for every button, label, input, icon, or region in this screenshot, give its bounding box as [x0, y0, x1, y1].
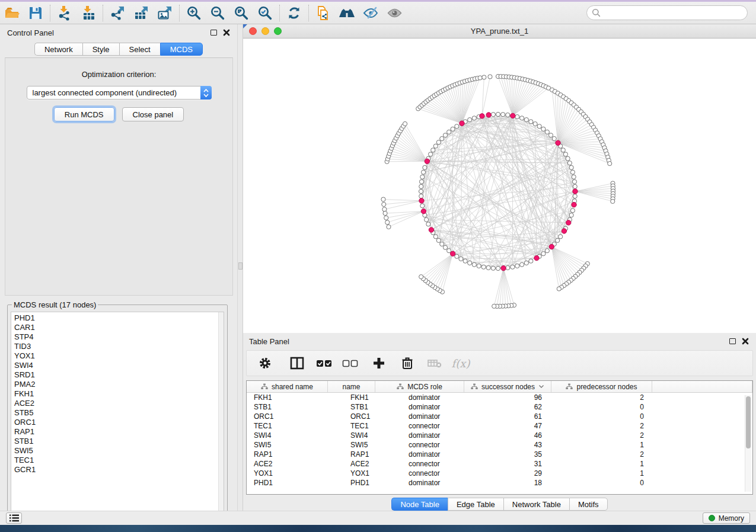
mcds-result-item[interactable]: STB1: [14, 437, 224, 446]
mcds-result-item[interactable]: FKH1: [14, 389, 224, 399]
mcds-result-item[interactable]: TEC1: [14, 456, 224, 465]
save-session-button[interactable]: [24, 3, 47, 23]
apply-function-button[interactable]: f(x): [449, 352, 472, 374]
mcds-result-item[interactable]: RAP1: [14, 427, 224, 437]
toolbar-separator: [279, 5, 280, 21]
delete-table-button[interactable]: [423, 352, 446, 374]
table-row[interactable]: SWI5SWI5connector431: [247, 440, 752, 450]
tab-style[interactable]: Style: [82, 43, 119, 56]
tab-node-table[interactable]: Node Table: [391, 498, 448, 511]
vertical-splitter[interactable]: [237, 24, 243, 511]
toolbar-separator: [50, 5, 50, 21]
export-image-button[interactable]: [153, 3, 177, 23]
column-header-name[interactable]: name: [328, 381, 375, 392]
scrollbar-thumb[interactable]: [746, 396, 751, 448]
network-title-bar[interactable]: YPA_prune.txt_1: [243, 24, 756, 39]
criterion-select[interactable]: largest connected component (undirected): [27, 86, 212, 100]
zoom-in-button[interactable]: [182, 3, 206, 23]
export-network-button[interactable]: [106, 3, 129, 23]
table-tabs: Node TableEdge TableNetwork TableMotifs: [243, 498, 756, 511]
search-input[interactable]: [586, 5, 748, 20]
table-row[interactable]: STB1STB1dominator620: [247, 402, 752, 412]
column-header-filler: [652, 381, 752, 392]
tab-motifs[interactable]: Motifs: [569, 498, 608, 511]
table-scrollbar[interactable]: [745, 395, 751, 492]
cell: 1: [551, 469, 652, 478]
mcds-result-item[interactable]: PMA2: [14, 380, 224, 389]
mcds-result-item[interactable]: SWI4: [14, 361, 224, 370]
run-mcds-button[interactable]: Run MCDS: [54, 107, 114, 121]
open-session-button[interactable]: [0, 3, 24, 23]
column-header-predecessor-nodes[interactable]: predecessor nodes: [551, 381, 652, 392]
tab-edge-table[interactable]: Edge Table: [448, 498, 503, 511]
close-mcds-panel-button[interactable]: Close panel: [122, 107, 184, 121]
first-neighbors-button[interactable]: [335, 3, 359, 23]
column-header-shared-name[interactable]: shared name: [247, 381, 328, 392]
zoom-out-icon: [210, 5, 225, 21]
table-options-button[interactable]: [254, 352, 276, 374]
table-row[interactable]: SWI4SWI4dominator462: [247, 431, 752, 440]
network-from-selection-button[interactable]: [311, 3, 335, 23]
mcds-result-item[interactable]: YOX1: [14, 351, 224, 361]
import-network-button[interactable]: [53, 3, 76, 23]
tab-select[interactable]: Select: [119, 43, 160, 56]
table-row[interactable]: FKH1FKH1dominator962: [247, 393, 752, 402]
add-column-button[interactable]: [368, 352, 390, 374]
mcds-result-item[interactable]: TID3: [14, 342, 224, 351]
export-table-button[interactable]: [129, 3, 153, 23]
list-scrollbar[interactable]: [218, 312, 224, 516]
close-table-panel-button[interactable]: [742, 338, 749, 345]
show-columns-button[interactable]: [286, 352, 308, 374]
deselect-all-columns-button[interactable]: [339, 352, 362, 374]
select-all-columns-button[interactable]: [313, 352, 336, 374]
table-row[interactable]: RAP1RAP1dominator352: [247, 450, 752, 459]
cell-filler: [652, 421, 752, 431]
import-table-button[interactable]: [76, 3, 100, 23]
search-icon: [592, 8, 601, 17]
cell: 1: [551, 459, 652, 469]
column-header-MCDS-role[interactable]: MCDS role: [375, 381, 464, 392]
table-row[interactable]: ACE2ACE2connector311: [247, 459, 752, 469]
zoom-fit-button[interactable]: [229, 3, 253, 23]
mcds-result-item[interactable]: CAR1: [14, 323, 224, 332]
tab-network[interactable]: Network: [34, 43, 82, 56]
column-header-successor-nodes[interactable]: successor nodes: [464, 381, 551, 392]
mcds-result-item[interactable]: SWI5: [14, 446, 224, 456]
mcds-result-item[interactable]: ORC1: [14, 418, 224, 427]
eye-slash-icon: [363, 5, 379, 21]
show-all-button[interactable]: [382, 3, 406, 23]
zoom-out-button[interactable]: [206, 3, 229, 23]
save-icon: [28, 5, 43, 21]
cell: SWI5: [328, 440, 375, 450]
mcds-result-item[interactable]: STP4: [14, 332, 224, 342]
cell: TEC1: [328, 421, 375, 431]
memory-button[interactable]: Memory: [703, 512, 750, 524]
control-panel: Control Panel NetworkStyleSelectMCDS Opt…: [0, 24, 237, 511]
refresh-button[interactable]: [282, 3, 306, 23]
task-history-button[interactable]: [6, 512, 22, 524]
mcds-result-item[interactable]: ACE2: [14, 399, 224, 408]
table-row[interactable]: YOX1YOX1connector291: [247, 469, 752, 478]
float-table-panel-button[interactable]: [729, 338, 736, 344]
mcds-result-item[interactable]: SRD1: [14, 370, 224, 380]
splitter-grip[interactable]: [238, 262, 243, 270]
float-panel-button[interactable]: [210, 30, 217, 36]
close-panel-button[interactable]: [223, 29, 230, 36]
tab-network-table[interactable]: Network Table: [503, 498, 569, 511]
delete-table-icon: [427, 357, 442, 370]
network-canvas[interactable]: [243, 39, 756, 332]
hide-selected-button[interactable]: [359, 3, 382, 23]
cell: 47: [464, 421, 551, 431]
zoom-selected-button[interactable]: [253, 3, 277, 23]
table-row[interactable]: ORC1ORC1dominator610: [247, 412, 752, 421]
mcds-result-list[interactable]: PHD1CAR1STP4TID3YOX1SWI4SRD1PMA2FKH1ACE2…: [11, 312, 224, 517]
mcds-result-item[interactable]: STB5: [14, 408, 224, 418]
mcds-result-item[interactable]: PHD1: [14, 313, 224, 323]
tab-mcds[interactable]: MCDS: [160, 43, 203, 56]
import-table-icon: [81, 5, 96, 21]
table-row[interactable]: PHD1PHD1dominator180: [247, 478, 752, 488]
sort-desc-icon: [538, 384, 544, 389]
mcds-result-item[interactable]: GCR1: [14, 465, 224, 475]
table-row[interactable]: TEC1TEC1connector472: [247, 421, 752, 431]
delete-column-button[interactable]: [396, 352, 419, 374]
